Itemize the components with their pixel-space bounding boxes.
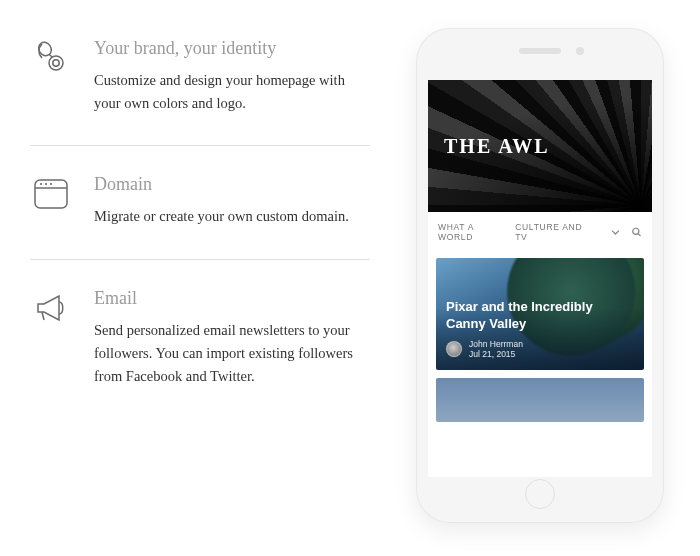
feature-brand: Your brand, your identity Customize and … [30, 20, 370, 145]
megaphone-icon [30, 288, 72, 330]
svg-point-6 [40, 183, 42, 185]
author-name: John Herrman [469, 339, 523, 350]
article-title: Pixar and the Incredibly Canny Valley [446, 299, 634, 333]
browser-window-icon [30, 174, 72, 216]
feature-email: Email Send personalized email newsletter… [30, 259, 370, 419]
feature-brand-title: Your brand, your identity [94, 38, 370, 59]
feature-email-text: Email Send personalized email newsletter… [94, 288, 370, 389]
feature-brand-desc: Customize and design your homepage with … [94, 69, 370, 115]
article-card-inner: Pixar and the Incredibly Canny Valley Jo… [446, 299, 634, 360]
feature-domain-desc: Migrate or create your own custom domain… [94, 205, 349, 228]
feature-domain-title: Domain [94, 174, 349, 195]
article-card-peek[interactable] [436, 378, 644, 422]
feature-brand-text: Your brand, your identity Customize and … [94, 38, 370, 115]
publication-title: THE AWL [444, 135, 550, 158]
svg-line-11 [638, 234, 640, 236]
search-icon[interactable] [631, 226, 642, 238]
category-nav: WHAT A WORLD CULTURE AND TV [428, 212, 652, 252]
article-meta: John Herrman Jul 21, 2015 [446, 339, 634, 360]
brand-icon [30, 38, 72, 80]
feature-domain: Domain Migrate or create your own custom… [30, 145, 370, 258]
nav-item-culture[interactable]: CULTURE AND TV [515, 222, 590, 242]
svg-point-7 [45, 183, 47, 185]
svg-point-10 [633, 228, 639, 234]
nav-item-world[interactable]: WHAT A WORLD [438, 222, 505, 242]
article-card[interactable]: Pixar and the Incredibly Canny Valley Jo… [436, 258, 644, 370]
svg-line-3 [49, 54, 52, 57]
feature-email-desc: Send personalized email newsletters to y… [94, 319, 370, 389]
author-avatar [446, 341, 462, 357]
svg-point-1 [53, 60, 59, 66]
article-date: Jul 21, 2015 [469, 349, 523, 360]
chevron-down-icon[interactable] [610, 226, 621, 238]
svg-point-8 [50, 183, 52, 185]
hero-banner: THE AWL [428, 80, 652, 212]
phone-preview: THE AWL WHAT A WORLD CULTURE AND TV Pixa… [410, 20, 670, 536]
svg-point-0 [49, 56, 63, 70]
feature-email-title: Email [94, 288, 370, 309]
feature-domain-text: Domain Migrate or create your own custom… [94, 174, 349, 228]
home-button-icon [525, 479, 555, 509]
phone-device: THE AWL WHAT A WORLD CULTURE AND TV Pixa… [416, 28, 664, 523]
svg-line-9 [42, 312, 44, 320]
features-list: Your brand, your identity Customize and … [30, 20, 370, 536]
phone-screen: THE AWL WHAT A WORLD CULTURE AND TV Pixa… [428, 80, 652, 477]
